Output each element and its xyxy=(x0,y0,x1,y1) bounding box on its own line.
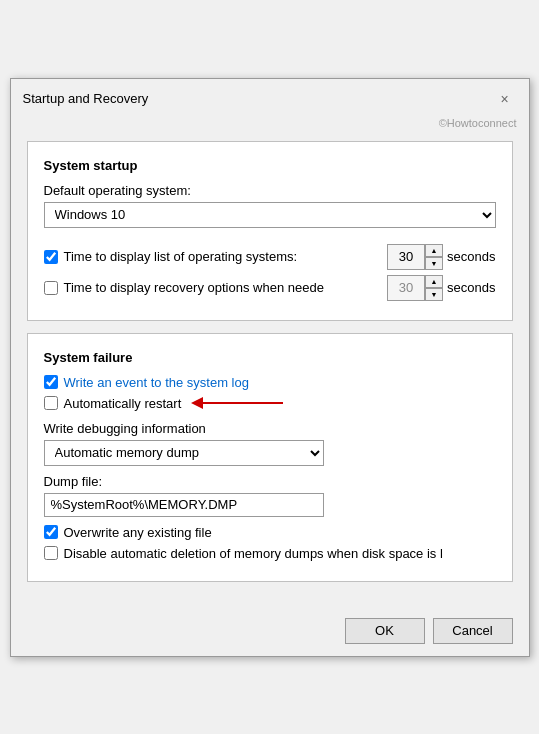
display-recovery-spin-up[interactable]: ▲ xyxy=(425,275,443,288)
display-list-spin-down[interactable]: ▼ xyxy=(425,257,443,270)
system-startup-title: System startup xyxy=(44,158,496,173)
display-recovery-check-group: Time to display recovery options when ne… xyxy=(44,280,380,295)
auto-restart-label: Automatically restart xyxy=(64,396,182,411)
display-recovery-suffix: seconds xyxy=(447,280,495,295)
auto-restart-checkbox[interactable] xyxy=(44,396,58,410)
display-list-row: Time to display list of operating system… xyxy=(44,244,496,270)
system-failure-section: System failure Write an event to the sys… xyxy=(27,333,513,582)
red-arrow-annotation xyxy=(191,397,283,409)
dump-file-group: Dump file: xyxy=(44,474,496,517)
disable-auto-delete-label: Disable automatic deletion of memory dum… xyxy=(64,546,443,561)
display-list-spinner-group: 30 ▲ ▼ seconds xyxy=(387,244,495,270)
display-recovery-value: 30 xyxy=(387,275,425,301)
dialog-title: Startup and Recovery xyxy=(23,91,149,106)
display-list-suffix: seconds xyxy=(447,249,495,264)
default-os-label: Default operating system: xyxy=(44,183,496,198)
display-list-spin-up[interactable]: ▲ xyxy=(425,244,443,257)
default-os-group: Default operating system: Windows 10 xyxy=(44,183,496,228)
startup-recovery-dialog: Startup and Recovery × ©Howtoconnect Sys… xyxy=(10,78,530,657)
system-startup-section: System startup Default operating system:… xyxy=(27,141,513,321)
dialog-buttons: OK Cancel xyxy=(11,610,529,656)
display-recovery-label: Time to display recovery options when ne… xyxy=(64,280,324,295)
display-list-spin-buttons: ▲ ▼ xyxy=(425,244,443,270)
disable-auto-delete-row: Disable automatic deletion of memory dum… xyxy=(44,546,496,561)
arrow-line-icon xyxy=(203,402,283,404)
auto-restart-row: Automatically restart xyxy=(44,396,496,411)
close-button[interactable]: × xyxy=(493,87,517,111)
display-recovery-spin-buttons: ▲ ▼ xyxy=(425,275,443,301)
overwrite-checkbox[interactable] xyxy=(44,525,58,539)
debug-info-select[interactable]: Automatic memory dumpComplete memory dum… xyxy=(44,440,324,466)
debug-info-group: Write debugging information Automatic me… xyxy=(44,421,496,466)
disable-auto-delete-checkbox[interactable] xyxy=(44,546,58,560)
display-recovery-spinner-group: 30 ▲ ▼ seconds xyxy=(387,275,495,301)
default-os-select[interactable]: Windows 10 xyxy=(44,202,496,228)
system-failure-title: System failure xyxy=(44,350,496,365)
title-bar: Startup and Recovery × xyxy=(11,79,529,115)
display-recovery-row: Time to display recovery options when ne… xyxy=(44,275,496,301)
ok-button[interactable]: OK xyxy=(345,618,425,644)
write-event-checkbox[interactable] xyxy=(44,375,58,389)
display-recovery-spin-down[interactable]: ▼ xyxy=(425,288,443,301)
display-list-value: 30 xyxy=(387,244,425,270)
watermark: ©Howtoconnect xyxy=(11,115,529,133)
overwrite-label: Overwrite any existing file xyxy=(64,525,212,540)
cancel-button[interactable]: Cancel xyxy=(433,618,513,644)
display-list-spinner: 30 ▲ ▼ xyxy=(387,244,443,270)
write-event-label: Write an event to the system log xyxy=(64,375,249,390)
display-list-checkbox[interactable] xyxy=(44,250,58,264)
write-event-row: Write an event to the system log xyxy=(44,375,496,390)
overwrite-row: Overwrite any existing file xyxy=(44,525,496,540)
display-recovery-spinner: 30 ▲ ▼ xyxy=(387,275,443,301)
dump-file-label: Dump file: xyxy=(44,474,496,489)
dialog-content: System startup Default operating system:… xyxy=(11,133,529,610)
display-list-check-group: Time to display list of operating system… xyxy=(44,249,380,264)
display-list-label: Time to display list of operating system… xyxy=(64,249,298,264)
dump-file-input[interactable] xyxy=(44,493,324,517)
display-recovery-checkbox[interactable] xyxy=(44,281,58,295)
debug-info-label: Write debugging information xyxy=(44,421,496,436)
arrow-head-icon xyxy=(191,397,203,409)
